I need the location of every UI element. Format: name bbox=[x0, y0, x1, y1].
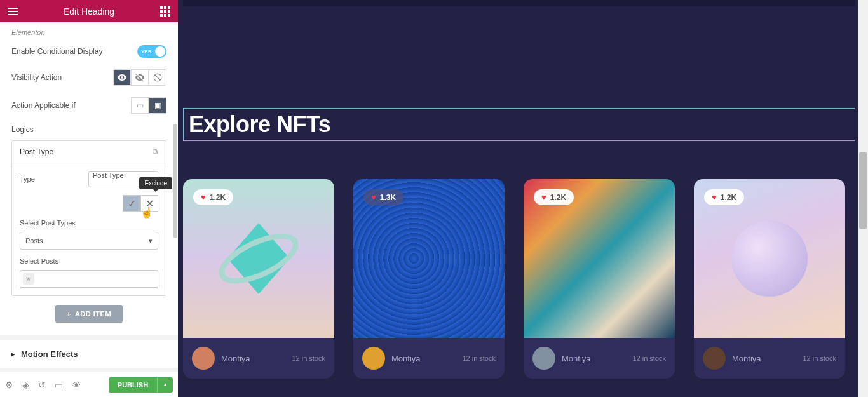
page-heading-widget[interactable]: Explore NFTs bbox=[183, 108, 855, 141]
author-name: Montiya bbox=[221, 354, 250, 363]
nft-footer: Montiya 12 in stock bbox=[183, 338, 334, 379]
type-field-row: Type Post Type bbox=[20, 171, 158, 187]
nft-footer: Montiya 12 in stock bbox=[694, 338, 845, 379]
planet-graphic bbox=[731, 220, 808, 297]
applicable-any-icon[interactable]: ▣ bbox=[149, 97, 166, 114]
nft-image: ♥1.2K bbox=[694, 179, 845, 338]
applicable-all-icon[interactable]: ▭ bbox=[131, 97, 149, 114]
plus-icon: + bbox=[67, 310, 71, 318]
publish-options-button[interactable]: ▲ bbox=[157, 377, 173, 393]
exclude-tooltip: Exclude bbox=[139, 177, 172, 189]
repeater-title: Post Type bbox=[20, 147, 53, 156]
stock-label: 12 in stock bbox=[292, 354, 325, 362]
cursor-icon: ☝ bbox=[140, 206, 153, 219]
avatar bbox=[532, 347, 555, 370]
section-handle[interactable] bbox=[183, 0, 855, 6]
nft-card[interactable]: ♥1.2K Montiya 12 in stock bbox=[183, 179, 334, 379]
select-posts-input[interactable]: × bbox=[20, 270, 158, 288]
type-label: Type bbox=[20, 175, 35, 183]
visibility-show-icon[interactable] bbox=[113, 69, 131, 86]
nft-footer: Montiya 12 in stock bbox=[353, 338, 505, 379]
nft-image: ♥1.3K bbox=[353, 179, 505, 338]
nft-card[interactable]: ♥1.2K Montiya 12 in stock bbox=[524, 179, 675, 379]
menu-icon[interactable] bbox=[8, 8, 18, 15]
avatar bbox=[192, 347, 215, 370]
duplicate-icon[interactable]: ⧉ bbox=[153, 147, 158, 156]
add-item-button[interactable]: + ADD ITEM bbox=[55, 305, 123, 323]
chevron-down-icon: ▾ bbox=[149, 237, 153, 245]
enable-conditional-toggle[interactable]: YES bbox=[137, 45, 166, 58]
nft-image: ♥1.2K bbox=[183, 179, 334, 338]
responsive-icon[interactable]: ▭ bbox=[55, 380, 63, 390]
section-divider bbox=[0, 335, 178, 340]
apps-icon[interactable] bbox=[160, 6, 170, 17]
avatar bbox=[703, 347, 726, 370]
help-text: Elementor. bbox=[11, 29, 166, 36]
nft-image: ♥1.2K bbox=[524, 179, 675, 338]
sidebar-content: Elementor. Enable Conditional Display YE… bbox=[0, 22, 178, 372]
enable-conditional-label: Enable Conditional Display bbox=[11, 47, 102, 56]
visibility-none-icon[interactable] bbox=[149, 69, 166, 86]
like-badge[interactable]: ♥1.2K bbox=[534, 189, 574, 205]
author-name: Montiya bbox=[391, 354, 421, 363]
preview-icon[interactable]: 👁 bbox=[72, 380, 81, 390]
sidebar-footer: ⚙ ◈ ↺ ▭ 👁 PUBLISH ▲ bbox=[0, 372, 178, 397]
panel-title: Edit Heading bbox=[64, 6, 114, 17]
sidebar-scrollbar[interactable] bbox=[173, 22, 178, 372]
nft-card[interactable]: ♥1.3K Montiya 12 in stock bbox=[353, 179, 505, 379]
action-applicable-row: Action Applicable if ▭ ▣ bbox=[11, 97, 166, 114]
select-posts-label: Select Posts bbox=[20, 257, 158, 265]
preview-scrollbar[interactable] bbox=[858, 0, 868, 397]
heart-icon: ♥ bbox=[541, 192, 546, 202]
settings-icon[interactable]: ⚙ bbox=[5, 380, 13, 390]
sidebar-header: Edit Heading bbox=[0, 0, 178, 22]
logics-label: Logics bbox=[11, 125, 166, 134]
repeater-body: Type Post Type Exclude ✓ ✕☝ Select Post … bbox=[12, 163, 166, 295]
svg-line-1 bbox=[155, 75, 160, 80]
repeater-header[interactable]: Post Type ⧉ bbox=[12, 141, 166, 163]
logic-repeater-item: Post Type ⧉ Type Post Type Exclude ✓ ✕☝ … bbox=[11, 140, 166, 296]
tag-remove-icon[interactable]: × bbox=[23, 273, 34, 285]
visibility-action-choices bbox=[113, 69, 166, 86]
diamond-graphic bbox=[214, 214, 303, 303]
heart-icon: ♥ bbox=[371, 192, 376, 202]
editor-sidebar: Edit Heading Elementor. Enable Condition… bbox=[0, 0, 178, 397]
like-badge[interactable]: ♥1.2K bbox=[193, 189, 233, 205]
stock-label: 12 in stock bbox=[462, 354, 496, 362]
author-name: Montiya bbox=[732, 354, 761, 363]
nft-grid: ♥1.2K Montiya 12 in stock ♥1.3K Montiya … bbox=[183, 179, 855, 379]
nft-card[interactable]: ♥1.2K Montiya 12 in stock bbox=[694, 179, 845, 379]
action-applicable-choices: ▭ ▣ bbox=[131, 97, 166, 114]
include-exclude-toggle: Exclude ✓ ✕☝ bbox=[123, 195, 158, 212]
publish-group: PUBLISH ▲ bbox=[109, 377, 173, 393]
stock-label: 12 in stock bbox=[803, 354, 836, 362]
publish-button[interactable]: PUBLISH bbox=[109, 377, 157, 393]
heart-icon: ♥ bbox=[712, 192, 717, 202]
like-badge[interactable]: ♥1.3K bbox=[363, 189, 403, 205]
action-applicable-label: Action Applicable if bbox=[11, 101, 76, 110]
include-exclude-row: Exclude ✓ ✕☝ bbox=[20, 195, 158, 212]
nft-footer: Montiya 12 in stock bbox=[524, 338, 675, 379]
section-divider bbox=[0, 368, 178, 372]
author-name: Montiya bbox=[562, 354, 591, 363]
heart-icon: ♥ bbox=[201, 192, 206, 202]
stock-label: 12 in stock bbox=[632, 354, 666, 362]
motion-effects-section[interactable]: ▸ Motion Effects bbox=[11, 340, 166, 368]
like-badge[interactable]: ♥1.2K bbox=[704, 189, 744, 205]
include-button[interactable]: ✓ bbox=[123, 195, 140, 212]
visibility-hide-icon[interactable] bbox=[131, 69, 149, 86]
post-types-select[interactable]: Posts ▾ bbox=[20, 232, 158, 250]
select-post-types-label: Select Post Types bbox=[20, 219, 158, 227]
avatar bbox=[362, 347, 385, 370]
chevron-right-icon: ▸ bbox=[11, 351, 15, 358]
enable-conditional-row: Enable Conditional Display YES bbox=[11, 45, 166, 58]
exclude-button[interactable]: ✕☝ bbox=[140, 195, 158, 212]
history-icon[interactable]: ↺ bbox=[38, 380, 46, 390]
preview-canvas: Explore NFTs ♥1.2K Montiya 12 in stock ♥… bbox=[178, 0, 868, 397]
navigator-icon[interactable]: ◈ bbox=[22, 380, 29, 390]
visibility-action-label: Visibility Action bbox=[11, 73, 62, 82]
visibility-action-row: Visibility Action bbox=[11, 69, 166, 86]
